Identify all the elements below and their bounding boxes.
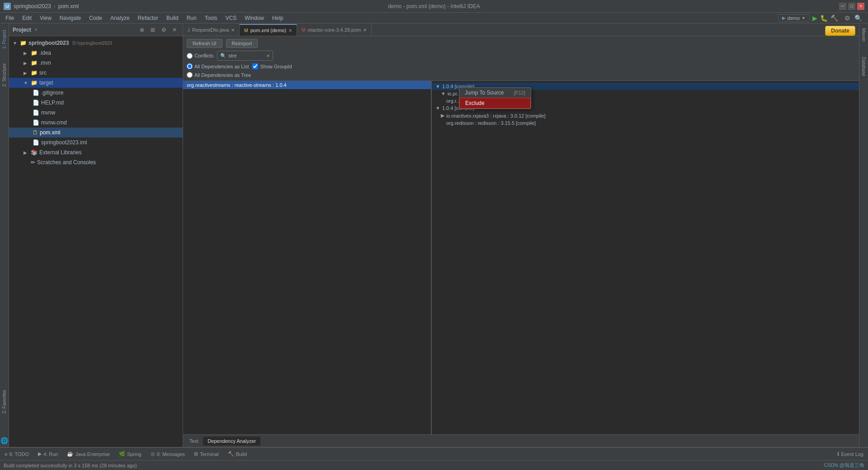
run-button[interactable]: ▶ xyxy=(812,14,817,22)
event-log-icon: ℹ xyxy=(837,451,839,457)
tree-item-iml[interactable]: 📄 springboot2023.iml xyxy=(9,138,183,147)
terminal-strip-item[interactable]: ⊞ Terminal xyxy=(191,450,222,458)
show-groupid-checkbox[interactable] xyxy=(252,63,258,69)
tab-text[interactable]: Text xyxy=(185,437,203,446)
dep-search-clear[interactable]: ✕ xyxy=(266,53,270,58)
settings-button[interactable]: ⚙ xyxy=(843,14,852,23)
expand-all-button[interactable]: ⊞ xyxy=(148,25,157,34)
alldeps-list-radio-label[interactable]: All Dependencies as List xyxy=(187,63,249,69)
tab-dep-analyzer-label: Dependency Analyzer xyxy=(208,438,256,444)
close-panel-button[interactable]: ✕ xyxy=(170,25,179,34)
tree-item-mvn[interactable]: ▶ 📁 .mvn xyxy=(9,58,183,68)
dep-toolbar-row2: Conflicts 🔍 ✕ xyxy=(187,51,855,61)
tree-item-src[interactable]: ▶ 📁 src xyxy=(9,68,183,78)
web-icon[interactable]: 🌐 xyxy=(0,434,9,447)
dep-tree-area: ▼ 1.0.4 [compile] ▼ io.pr... 3.4.28 [com… xyxy=(432,81,859,434)
tab-pomxml[interactable]: M pom.xml (demo) ✕ xyxy=(240,24,297,36)
dep-tree-item-6[interactable]: org.redisson : redisson : 3.15.5 [compil… xyxy=(432,119,859,127)
alldeps-tree-label: All Dependencies as Tree xyxy=(194,72,251,78)
tab-requestdto[interactable]: J RequestDto.java ✕ xyxy=(183,24,240,36)
context-menu-exclude[interactable]: Exclude xyxy=(459,98,531,109)
close-requestdto[interactable]: ✕ xyxy=(231,28,235,33)
run-config-dropdown-icon: ▼ xyxy=(802,16,806,20)
maven-panel-tab[interactable]: Maven xyxy=(860,25,867,44)
project-breadcrumb: springboot2023 xyxy=(14,3,51,9)
java-enterprise-strip-item[interactable]: ☕ Java Enterprise xyxy=(64,450,112,458)
run-label: 4: Run xyxy=(43,451,58,457)
menu-window[interactable]: Window xyxy=(241,14,268,22)
menu-vcs[interactable]: VCS xyxy=(222,14,241,22)
dep-search-input[interactable] xyxy=(228,53,264,58)
database-panel-tab[interactable]: Database xyxy=(860,54,867,79)
tree-item-extlibs[interactable]: ▶ 📚 External Libraries xyxy=(9,147,183,157)
run-strip-item[interactable]: ▶ 4: Run xyxy=(35,450,61,458)
menu-refactor[interactable]: Refactor xyxy=(134,14,162,22)
pomxml-label: pom.xml xyxy=(40,129,60,136)
build-strip-item[interactable]: 🔨 Build xyxy=(225,450,250,458)
menu-navigate[interactable]: Navigate xyxy=(56,14,85,22)
tree-item-target[interactable]: ▼ 📁 target xyxy=(9,78,183,88)
tab-dep-analyzer[interactable]: Dependency Analyzer xyxy=(203,437,260,446)
tree-item-pomxml[interactable]: 🗒 pom.xml xyxy=(9,128,183,138)
minimize-button[interactable]: ─ xyxy=(839,3,846,10)
tree-item-idea[interactable]: ▶ 📁 .idea xyxy=(9,48,183,58)
menu-build[interactable]: Build xyxy=(163,14,182,22)
project-tree: ▼ 📁 springboot2023 D:\springboot2023 ▶ 📁… xyxy=(9,36,183,447)
conflicts-radio[interactable] xyxy=(187,53,193,59)
tree-item-mvnw[interactable]: 📄 mvnw xyxy=(9,108,183,118)
dep-search-icon: 🔍 xyxy=(220,53,226,59)
structure-panel-tab[interactable]: 2: Structure xyxy=(1,61,8,90)
build-button[interactable]: 🔨 xyxy=(830,14,838,22)
locate-file-button[interactable]: ⊕ xyxy=(137,25,146,34)
tree-item-scratches[interactable]: ▶ ✏ Scratches and Consoles xyxy=(9,157,183,167)
run-config-selector[interactable]: ▶ demo ▼ xyxy=(778,14,810,22)
tree-item-gitignore[interactable]: 📄 .gitignore xyxy=(9,88,183,98)
refresh-ui-button[interactable]: Refresh UI xyxy=(187,39,222,48)
dep-toolbar-row4: All Dependencies as Tree xyxy=(187,72,855,78)
maximize-button[interactable]: □ xyxy=(848,3,855,10)
reimport-button[interactable]: Reimport xyxy=(226,39,258,48)
todo-strip-item[interactable]: ≡ 6: TODO xyxy=(2,451,32,458)
context-menu-jump-to-source[interactable]: Jump To Source [F12] xyxy=(459,88,531,98)
right-sidebar-strip: Maven Database xyxy=(859,24,868,447)
favorites-panel-tab[interactable]: 2: Favorites xyxy=(1,387,8,416)
alldeps-tree-radio-label[interactable]: All Dependencies as Tree xyxy=(187,72,251,78)
menu-help[interactable]: Help xyxy=(269,14,287,22)
close-button[interactable]: ✕ xyxy=(857,3,864,10)
conflicts-label: Conflicts xyxy=(194,53,213,58)
menu-view[interactable]: View xyxy=(36,14,55,22)
pomxml-icon: 🗒 xyxy=(33,129,38,136)
spring-strip-item[interactable]: 🌿 Spring xyxy=(116,450,144,458)
close-pomxml[interactable]: ✕ xyxy=(288,28,292,33)
target-folder-icon: 📁 xyxy=(31,80,38,86)
show-groupid-checkbox-label[interactable]: Show GroupId xyxy=(252,63,292,69)
tab-reactorpom[interactable]: M reactor-core-3.4.28.pom ✕ xyxy=(297,24,372,36)
project-panel-tab[interactable]: 1: Project xyxy=(1,27,8,52)
tree-item-mvnwcmd[interactable]: 📄 mvnw.cmd xyxy=(9,118,183,128)
conflicts-radio-label[interactable]: Conflicts xyxy=(187,53,213,59)
helpmd-icon: 📄 xyxy=(33,100,39,106)
alldeps-list-radio[interactable] xyxy=(187,63,193,69)
dep-tree-panel: ▼ 1.0.4 [compile] ▼ io.pr... 3.4.28 [com… xyxy=(432,81,859,434)
messages-strip-item[interactable]: ◎ 0: Messages xyxy=(148,450,188,458)
jump-to-source-shortcut: [F12] xyxy=(514,90,525,95)
menu-tools[interactable]: Tools xyxy=(201,14,221,22)
tree-item-helpmd[interactable]: 📄 HELP.md xyxy=(9,98,183,108)
menu-code[interactable]: Code xyxy=(85,14,106,22)
menu-run[interactable]: Run xyxy=(183,14,200,22)
event-log-strip-item[interactable]: ℹ Event Log xyxy=(835,450,866,458)
menu-bar: File Edit View Navigate Code Analyze Ref… xyxy=(0,13,868,24)
close-reactorpom[interactable]: ✕ xyxy=(363,28,367,33)
menu-file[interactable]: File xyxy=(2,14,18,22)
debug-button[interactable]: 🐛 xyxy=(820,14,828,22)
menu-edit[interactable]: Edit xyxy=(19,14,35,22)
search-everywhere-button[interactable]: 🔍 xyxy=(854,14,863,23)
menu-analyze[interactable]: Analyze xyxy=(107,14,133,22)
settings-panel-button[interactable]: ⚙ xyxy=(159,25,168,34)
tree-item-root[interactable]: ▼ 📁 springboot2023 D:\springboot2023 xyxy=(9,38,183,48)
extlibs-icon: 📚 xyxy=(31,149,38,156)
donate-button[interactable]: Donate xyxy=(825,26,855,36)
alldeps-tree-radio[interactable] xyxy=(187,72,193,78)
dep-item-reactive-streams[interactable]: org.reactivestreams : reactive-streams :… xyxy=(183,81,431,89)
dep-tree-item-5[interactable]: ▶ io.reactivex.rxjava3 : rxjava : 3.0.12… xyxy=(432,112,859,119)
